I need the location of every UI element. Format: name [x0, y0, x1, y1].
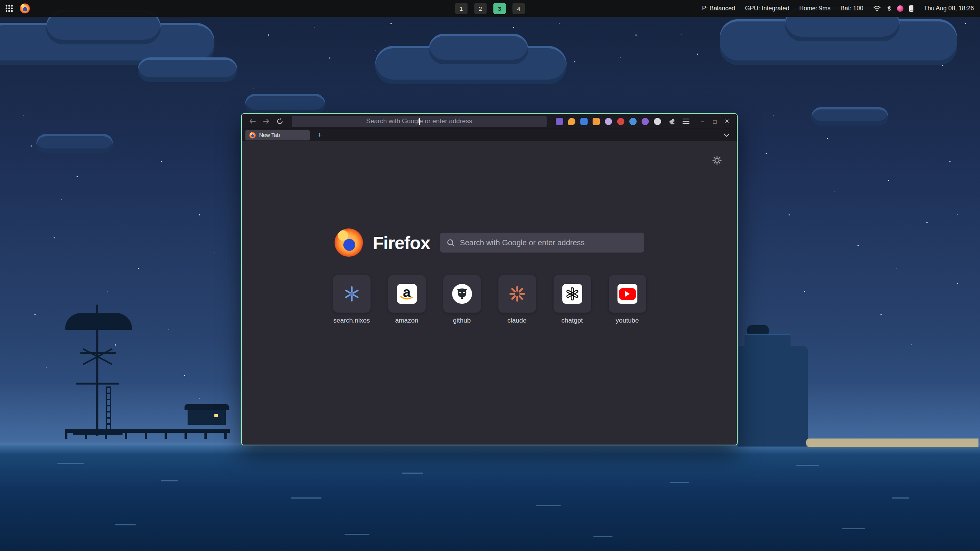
extension-icon[interactable] [593, 118, 600, 125]
shortcut-tile[interactable]: github [443, 275, 481, 324]
reload-icon[interactable] [274, 116, 286, 127]
shortcut-label: claude [507, 317, 526, 324]
newtab-search-bar[interactable] [440, 233, 644, 253]
personalize-gear-icon[interactable] [712, 155, 722, 166]
search-icon [447, 239, 455, 247]
youtube-play-icon [617, 284, 637, 304]
gpu-status[interactable]: GPU: Integrated [745, 5, 789, 12]
shortcut-label: youtube [616, 317, 639, 324]
firefox-launcher-icon[interactable] [20, 3, 30, 13]
chatgpt-knot-icon [562, 284, 582, 304]
power-profile-status[interactable]: P: Balanced [702, 5, 735, 12]
island-cliff [737, 346, 808, 447]
cloud [429, 34, 528, 64]
nixos-snowflake-icon [343, 285, 360, 302]
cloud [245, 94, 325, 114]
shortcut-tile[interactable]: claude [498, 275, 536, 324]
extension-icon[interactable] [642, 118, 649, 125]
tab-title: New Tab [259, 132, 280, 138]
status-bar: 1 2 3 4 P: Balanced GPU: Integrated Home… [0, 0, 980, 17]
pier-posts [65, 433, 230, 439]
shortcut-tile[interactable]: youtube [609, 275, 646, 324]
close-icon[interactable]: ✕ [722, 116, 732, 126]
workspace-3-active[interactable]: 3 [493, 3, 506, 14]
window-controls: − □ ✕ [697, 116, 732, 126]
forward-icon[interactable] [260, 116, 272, 127]
ocean [0, 445, 980, 551]
shortcut-tile[interactable]: search.nixos [333, 275, 371, 324]
back-icon[interactable] [247, 116, 258, 127]
extension-toolbar [556, 118, 661, 125]
network-icon[interactable] [873, 5, 881, 12]
amazon-icon: a [397, 284, 417, 304]
workspace-2[interactable]: 2 [474, 3, 487, 14]
shortcut-tile[interactable]: a amazon [388, 275, 426, 324]
system-tray [873, 5, 914, 12]
cloud [812, 107, 888, 126]
tab-new-tab[interactable]: New Tab [245, 130, 310, 140]
extension-icon[interactable] [568, 118, 575, 125]
clock[interactable]: Thu Aug 08, 18:26 [924, 5, 974, 12]
battery-status[interactable]: Bat: 100 [841, 5, 864, 12]
minimize-icon[interactable]: − [697, 116, 708, 126]
shortcut-tile[interactable]: chatgpt [554, 275, 591, 324]
shortcut-label: github [453, 317, 470, 324]
shortcut-label: search.nixos [333, 317, 370, 324]
extension-icon[interactable] [556, 118, 563, 125]
workspace-switcher: 1 2 3 4 [455, 0, 525, 17]
firefox-favicon [249, 132, 256, 139]
extension-icon[interactable] [629, 118, 637, 125]
claude-starburst-icon [508, 285, 526, 303]
new-tab-button[interactable]: + [314, 130, 325, 140]
list-tabs-chevron-icon[interactable] [721, 130, 732, 140]
extension-icon[interactable] [617, 118, 624, 125]
cloud [36, 134, 113, 153]
new-tab-page: Firefox [242, 141, 737, 445]
extensions-puzzle-icon[interactable] [666, 116, 678, 127]
color-indicator-icon[interactable] [897, 5, 903, 12]
extension-icon[interactable] [580, 118, 588, 125]
home-latency-status[interactable]: Home: 9ms [799, 5, 831, 12]
display-icon[interactable] [909, 5, 914, 12]
beach-strip [806, 439, 978, 447]
github-octocat-icon [452, 284, 472, 304]
shortcut-label: chatgpt [562, 317, 583, 324]
text-caret [419, 118, 420, 125]
firefox-logo [335, 228, 363, 257]
url-bar[interactable]: Search with Google or enter address [292, 116, 547, 127]
firefox-wordmark: Firefox [373, 232, 430, 253]
extension-icon[interactable] [654, 118, 661, 125]
browser-toolbar: Search with Google or enter address − □ [242, 114, 737, 129]
app-grid-icon[interactable] [5, 4, 14, 13]
extension-icon[interactable] [605, 118, 612, 125]
shortcut-label: amazon [395, 317, 418, 324]
workspace-4[interactable]: 4 [513, 3, 525, 14]
shortcut-row: search.nixos a amazon [242, 275, 737, 324]
tab-bar: New Tab + [242, 129, 737, 141]
newtab-search-input[interactable] [460, 233, 644, 253]
pier [65, 429, 230, 433]
hamburger-menu-icon[interactable] [680, 116, 692, 127]
cloud [138, 57, 237, 82]
workspace-1[interactable]: 1 [455, 3, 468, 14]
bluetooth-icon[interactable] [886, 5, 892, 12]
maximize-icon[interactable]: □ [709, 116, 720, 126]
firefox-window: Search with Google or enter address − □ [241, 113, 738, 445]
